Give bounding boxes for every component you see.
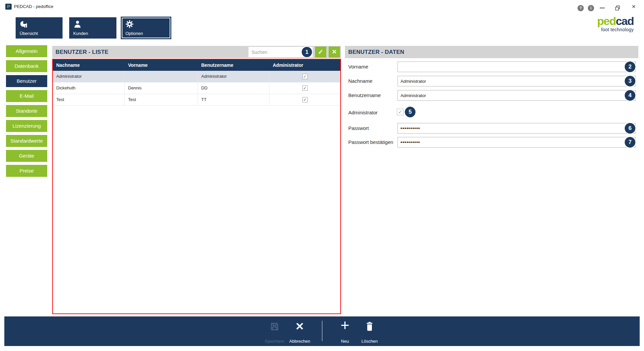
cell-benutzername: TT: [198, 94, 269, 105]
tab-uebersicht[interactable]: Übersicht: [16, 17, 63, 39]
col-header-benutzername: Benutzername: [198, 59, 269, 71]
info-icon[interactable]: i: [588, 5, 594, 11]
minimize-icon[interactable]: [600, 8, 605, 8]
cell-benutzername: DD: [198, 82, 269, 94]
window-title: PEDCAD - pedoffice: [14, 4, 53, 9]
user-data-title: BENUTZER - DATEN: [348, 46, 404, 58]
annotation-badge-4: 4: [624, 89, 636, 101]
new-label: Neu: [341, 339, 349, 344]
cancel-label: Abbrechen: [289, 339, 310, 344]
save-icon: [270, 319, 279, 334]
annotation-badge-2: 2: [624, 61, 636, 73]
tab-label: Optionen: [125, 31, 167, 36]
titlebar: P PEDCAD - pedoffice ? i ✕: [0, 0, 644, 13]
cell-nachname: Test: [53, 94, 125, 105]
help-icon[interactable]: ?: [577, 5, 584, 11]
action-bar: Speichern ✕ Abbrechen + Neu Löschen: [4, 316, 640, 346]
logo-cad: cad: [616, 15, 634, 27]
tab-label: Übersicht: [20, 31, 59, 36]
annotation-badge-5: 5: [404, 106, 416, 118]
plus-icon: +: [341, 318, 350, 332]
sidebar-item-email[interactable]: E-Mail: [6, 90, 47, 102]
search-clear-button[interactable]: ✕: [329, 47, 340, 58]
cell-nachname: Dickehuth: [53, 82, 125, 94]
tab-optionen[interactable]: Optionen: [121, 17, 171, 39]
vorname-field[interactable]: [398, 61, 636, 72]
sidebar-item-datenbank[interactable]: Datenbank: [6, 60, 47, 72]
delete-label: Löschen: [361, 339, 378, 344]
vorname-label: Vorname: [348, 64, 398, 69]
save-button[interactable]: Speichern: [260, 319, 288, 344]
administrator-label: Administrator: [348, 110, 398, 115]
col-header-vorname: Vorname: [125, 59, 198, 71]
cell-vorname: [125, 71, 198, 82]
passwort-bestaetigen-field[interactable]: [398, 137, 636, 148]
close-icon[interactable]: ✕: [630, 4, 637, 10]
restore-icon[interactable]: [615, 5, 621, 11]
user-list-header: BENUTZER - LISTE 1 ✓ ✕: [52, 46, 341, 58]
new-button[interactable]: + Neu: [331, 319, 359, 344]
benutzername-label: Benutzername: [348, 92, 398, 98]
passwort-label: Passwort: [348, 125, 398, 131]
save-label: Speichern: [265, 339, 284, 344]
app-logo-icon: P: [5, 4, 12, 10]
chart-icon: [20, 20, 59, 30]
admin-checkbox[interactable]: ✓: [302, 85, 308, 91]
sidebar-item-standardwerte[interactable]: Standardwerte: [6, 135, 47, 147]
administrator-checkbox[interactable]: ✓: [397, 109, 403, 115]
person-icon: [73, 20, 112, 30]
annotation-badge-3: 3: [624, 75, 636, 87]
table-header-row: Nachname Vorname Benutzername Administra…: [53, 59, 340, 71]
footer-divider: [322, 321, 322, 341]
col-header-administrator: Administrator: [269, 59, 340, 71]
logo-tagline: foot technology: [597, 27, 634, 32]
sidebar-item-benutzer[interactable]: Benutzer: [6, 75, 47, 87]
cell-administrator: ✓: [269, 82, 340, 94]
trash-icon: [365, 319, 374, 334]
annotation-badge-6: 6: [624, 122, 636, 134]
passwort-field[interactable]: [398, 123, 636, 134]
cell-administrator: ✓: [269, 71, 340, 82]
cell-vorname: Test: [125, 94, 198, 105]
annotation-badge-7: 7: [624, 136, 636, 148]
table-row[interactable]: Test Test TT ✓: [53, 94, 340, 106]
table-row[interactable]: Dickehuth Dennis DD ✓: [53, 82, 340, 94]
cell-vorname: Dennis: [125, 82, 198, 94]
col-header-nachname: Nachname: [53, 59, 125, 71]
cell-nachname: Administrator: [53, 71, 125, 82]
gear-icon: [125, 20, 167, 30]
delete-button[interactable]: Löschen: [356, 319, 384, 344]
table-row[interactable]: Administrator Administrator ✓: [53, 71, 340, 82]
admin-checkbox[interactable]: ✓: [302, 97, 308, 102]
settings-sidebar: Allgemein Datenbank Benutzer E-Mail Stan…: [6, 45, 47, 177]
tab-label: Kunden: [73, 31, 112, 36]
sidebar-item-lizenzierung[interactable]: Lizenzierung: [6, 120, 47, 132]
user-table: Nachname Vorname Benutzername Administra…: [52, 59, 341, 314]
sidebar-item-preise[interactable]: Preise: [6, 165, 47, 177]
user-data-header: BENUTZER - DATEN: [345, 46, 638, 58]
pedcad-logo: pedcad foot technology: [597, 15, 634, 32]
cancel-icon: ✕: [295, 319, 304, 334]
annotation-badge-1: 1: [301, 46, 313, 58]
benutzername-field[interactable]: [398, 90, 636, 101]
passwort-bestaetigen-label: Passwort bestätigen: [348, 139, 398, 145]
logo-ped: ped: [597, 15, 616, 27]
cancel-button[interactable]: ✕ Abbrechen: [286, 319, 314, 344]
sidebar-item-standorte[interactable]: Standorte: [6, 105, 47, 117]
nachname-field[interactable]: [398, 76, 636, 86]
sidebar-item-geraete[interactable]: Geräte: [6, 150, 47, 162]
search-confirm-button[interactable]: ✓: [315, 47, 326, 58]
cell-administrator: ✓: [269, 94, 340, 105]
admin-checkbox[interactable]: ✓: [302, 74, 308, 79]
cell-benutzername: Administrator: [198, 71, 269, 82]
tab-kunden[interactable]: Kunden: [69, 17, 116, 39]
nachname-label: Nachname: [348, 78, 398, 84]
sidebar-item-allgemein[interactable]: Allgemein: [6, 45, 47, 57]
user-list-title: BENUTZER - LISTE: [56, 46, 108, 58]
app-window: P PEDCAD - pedoffice ? i ✕ Übersicht Kun…: [0, 0, 644, 351]
